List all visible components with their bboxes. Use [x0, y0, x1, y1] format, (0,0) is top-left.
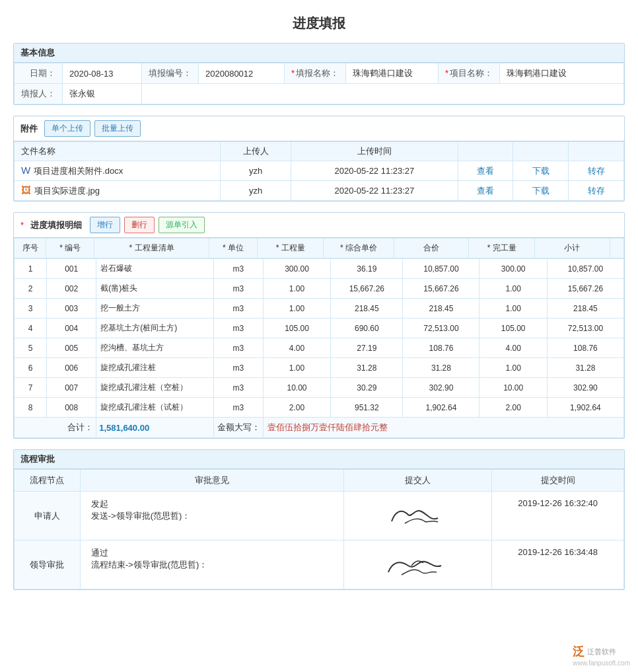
row-done: 300.00 — [479, 259, 547, 279]
col-actions-header — [458, 142, 513, 161]
row-total: 108.76 — [403, 338, 479, 358]
single-upload-button[interactable]: 单个上传 — [44, 120, 90, 137]
import-button[interactable]: 源单引入 — [159, 217, 205, 233]
row-price: 31.28 — [331, 358, 403, 378]
img-icon: 🖼 — [21, 184, 31, 196]
row-desc: 岩石爆破 — [96, 259, 214, 279]
row-seq: 4 — [15, 318, 47, 338]
flow-col-time: 提交时间 — [492, 470, 624, 492]
project-label: *项目名称： — [439, 63, 500, 84]
file-name: W项目进度相关附件.docx — [15, 161, 221, 181]
batch-upload-button[interactable]: 批量上传 — [94, 120, 141, 137]
row-sub: 10,857.00 — [547, 259, 623, 279]
row-unit: m3 — [213, 299, 263, 318]
flow-opinion: 通过 流程结束->领导审批(范思哲)： — [80, 541, 343, 589]
row-qty: 300.00 — [263, 259, 330, 279]
flow-opinion-line2: 发送->领导审批(范思哲)： — [91, 510, 333, 522]
row-qty: 10.00 — [263, 378, 330, 398]
col-uploader-header: 上传人 — [221, 142, 291, 161]
row-total: 218.45 — [403, 299, 479, 318]
amount-label: 金额大写： — [213, 418, 263, 438]
row-code: 007 — [47, 378, 96, 398]
flow-header: 流程审批 — [14, 450, 624, 469]
flow-submitter — [343, 541, 492, 589]
row-price: 27.19 — [331, 338, 403, 358]
row-unit: m3 — [213, 398, 263, 418]
row-done: 105.00 — [479, 318, 547, 338]
detail-row: 5 005 挖沟槽、基坑土方 m3 4.00 27.19 108.76 4.00… — [15, 338, 624, 358]
row-code: 008 — [47, 398, 96, 418]
add-row-button[interactable]: 增行 — [90, 217, 120, 233]
name-label: *填报名称： — [285, 63, 346, 84]
row-seq: 2 — [15, 279, 47, 299]
attachment-row: 🖼项目实际进度.jpg yzh 2020-05-22 11:23:27 查看 下… — [15, 181, 624, 201]
row-code: 002 — [47, 279, 96, 299]
file-view[interactable]: 查看 — [458, 161, 513, 181]
flow-time: 2019-12-26 16:34:48 — [492, 541, 624, 589]
row-unit: m3 — [213, 279, 263, 299]
code-label: 填报编号： — [142, 63, 199, 84]
flow-col-node: 流程节点 — [15, 470, 81, 492]
flow-node: 申请人 — [15, 492, 81, 541]
detail-row: 7 007 旋挖成孔灌注桩（空桩） m3 10.00 30.29 302.90 … — [15, 378, 624, 398]
row-seq: 6 — [15, 358, 47, 378]
row-unit: m3 — [213, 378, 263, 398]
row-code: 005 — [47, 338, 96, 358]
attachment-row: W项目进度相关附件.docx yzh 2020-05-22 11:23:27 查… — [15, 161, 624, 181]
flow-col-opinion: 审批意见 — [80, 470, 343, 492]
sum-label: 合计： — [15, 418, 96, 438]
col-desc-header: * 工程量清单 — [94, 239, 209, 258]
row-sub: 72,513.00 — [547, 318, 623, 338]
name-value: 珠海鹤港口建设 — [346, 63, 439, 84]
flow-opinion-line2: 流程结束->领导审批(范思哲)： — [91, 559, 333, 571]
delete-row-button[interactable]: 删行 — [124, 217, 155, 233]
file-view[interactable]: 查看 — [458, 181, 513, 201]
detail-star: * — [20, 220, 24, 230]
row-desc: 挖一般土方 — [96, 299, 214, 318]
row-qty: 105.00 — [263, 318, 330, 338]
row-total: 72,513.00 — [403, 318, 479, 338]
row-done: 1.00 — [479, 358, 547, 378]
file-uploader: yzh — [221, 181, 291, 201]
row-unit: m3 — [213, 318, 263, 338]
col-seq-header: 序号 — [15, 239, 46, 258]
col-qty-header: * 工程量 — [258, 239, 324, 258]
flow-row: 申请人 发起 发送->领导审批(范思哲)： 2019-12-26 16:32:4… — [15, 492, 624, 541]
file-download[interactable]: 下载 — [513, 161, 569, 181]
file-uploader: yzh — [221, 161, 291, 181]
detail-table: 序号 * 编号 * 工程量清单 * 单位 * 工程量 * 综合单价 合价 * 完… — [14, 238, 624, 258]
row-price: 30.29 — [331, 378, 403, 398]
file-time: 2020-05-22 11:23:27 — [291, 161, 458, 181]
page-title: 进度填报 — [13, 7, 625, 43]
col-unit-header: * 单位 — [209, 239, 257, 258]
row-seq: 5 — [15, 338, 47, 358]
row-price: 15,667.26 — [331, 279, 403, 299]
row-sub: 302.90 — [547, 378, 623, 398]
col-done-header: * 完工量 — [469, 239, 535, 258]
file-name: 🖼项目实际进度.jpg — [15, 181, 221, 201]
row-price: 690.60 — [331, 318, 403, 338]
reporter-value: 张永银 — [63, 84, 142, 104]
detail-toolbar: * 进度填报明细 增行 删行 源单引入 — [14, 213, 624, 238]
flow-opinion: 发起 发送->领导审批(范思哲)： — [80, 492, 343, 541]
row-price: 36.19 — [331, 259, 403, 279]
row-code: 004 — [47, 318, 96, 338]
row-code: 001 — [47, 259, 96, 279]
file-download[interactable]: 下载 — [513, 181, 569, 201]
file-transfer[interactable]: 转存 — [569, 181, 624, 201]
detail-data-table: 1 001 岩石爆破 m3 300.00 36.19 10,857.00 300… — [14, 258, 624, 438]
row-done: 4.00 — [479, 338, 547, 358]
amount-value: 壹佰伍拾捌万壹仟陆佰肆拾元整 — [263, 418, 623, 438]
row-done: 1.00 — [479, 299, 547, 318]
row-qty: 2.00 — [263, 398, 330, 418]
date-label: 日期： — [15, 63, 63, 84]
date-value: 2020-08-13 — [63, 63, 142, 84]
sum-value: 1,581,640.00 — [96, 418, 214, 438]
file-transfer[interactable]: 转存 — [569, 161, 624, 181]
row-seq: 8 — [15, 398, 47, 418]
row-desc: 挖基坑土方(桩间土方) — [96, 318, 214, 338]
basic-info-table: 日期： 2020-08-13 填报编号： 2020080012 *填报名称： 珠… — [14, 63, 624, 104]
word-icon: W — [21, 165, 30, 176]
reporter-label: 填报人： — [15, 84, 63, 104]
sum-row: 合计： 1,581,640.00 金额大写： 壹佰伍拾捌万壹仟陆佰肆拾元整 — [15, 418, 624, 438]
